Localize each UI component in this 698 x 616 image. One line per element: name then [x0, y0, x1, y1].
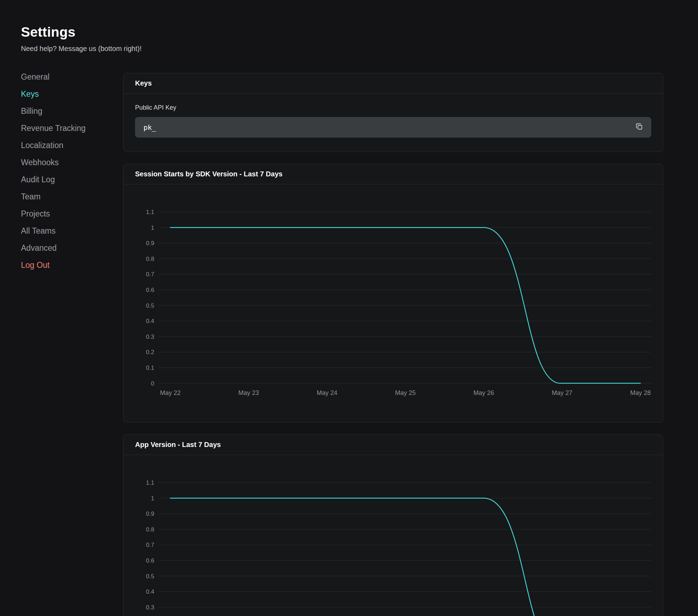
app-version-chart-title: App Version - Last 7 Days	[124, 435, 663, 455]
keys-card-title: Keys	[124, 73, 663, 94]
sidebar-item-revenue-tracking[interactable]: Revenue Tracking	[21, 124, 86, 132]
svg-text:0.4: 0.4	[146, 318, 154, 324]
copy-icon	[635, 123, 644, 132]
svg-text:1.1: 1.1	[146, 209, 154, 215]
sidebar-item-keys[interactable]: Keys	[21, 90, 39, 98]
sidebar-item-log-out[interactable]: Log Out	[21, 261, 50, 269]
sdk-version-chart-card: Session Starts by SDK Version - Last 7 D…	[123, 164, 663, 423]
public-api-key-input[interactable]	[135, 117, 651, 138]
svg-text:0.5: 0.5	[146, 573, 154, 580]
svg-text:0.2: 0.2	[146, 349, 154, 355]
content-area: GeneralKeysBillingRevenue TrackingLocali…	[21, 73, 698, 616]
sidebar-item-team[interactable]: Team	[21, 193, 40, 201]
svg-text:0.6: 0.6	[146, 557, 154, 564]
svg-text:0: 0	[151, 380, 154, 387]
svg-text:May 23: May 23	[238, 389, 259, 396]
page-title: Settings	[21, 24, 698, 40]
svg-text:0.9: 0.9	[146, 511, 154, 517]
keys-card: Keys Public API Key	[123, 73, 663, 152]
svg-text:May 27: May 27	[552, 389, 572, 396]
svg-text:0.1: 0.1	[146, 365, 154, 371]
sdk-version-chart: 00.10.20.30.40.50.60.70.80.911.1May 22Ma…	[124, 184, 663, 422]
svg-text:May 28: May 28	[630, 389, 651, 396]
svg-text:1.1: 1.1	[146, 479, 154, 486]
chart-canvas: 00.10.20.30.40.50.60.70.80.911.1May 22Ma…	[124, 184, 663, 422]
svg-text:0.8: 0.8	[146, 256, 154, 262]
svg-text:0.9: 0.9	[146, 240, 154, 247]
svg-text:0.3: 0.3	[146, 604, 154, 611]
sidebar-nav: GeneralKeysBillingRevenue TrackingLocali…	[21, 73, 123, 616]
svg-text:0.3: 0.3	[146, 333, 154, 340]
svg-text:1: 1	[151, 495, 154, 502]
public-api-key-row	[135, 117, 651, 138]
svg-text:0.4: 0.4	[146, 588, 154, 595]
keys-card-body: Public API Key	[124, 94, 663, 152]
svg-text:0.7: 0.7	[146, 542, 154, 548]
settings-page: Settings Need help? Message us (bottom r…	[0, 0, 698, 616]
svg-text:0.7: 0.7	[146, 271, 154, 278]
sidebar-item-all-teams[interactable]: All Teams	[21, 227, 55, 235]
svg-text:0.6: 0.6	[146, 287, 154, 293]
sidebar-item-billing[interactable]: Billing	[21, 107, 42, 115]
svg-text:1: 1	[151, 225, 154, 231]
main-column: Keys Public API Key	[123, 73, 663, 616]
svg-text:May 22: May 22	[160, 389, 180, 396]
svg-text:May 26: May 26	[473, 389, 494, 396]
copy-api-key-button[interactable]	[633, 121, 646, 134]
svg-text:0.8: 0.8	[146, 526, 154, 533]
svg-text:May 25: May 25	[395, 389, 416, 396]
app-version-chart-card: App Version - Last 7 Days 00.10.20.30.40…	[123, 434, 663, 616]
page-subtitle: Need help? Message us (bottom right)!	[21, 45, 698, 53]
app-version-chart: 00.10.20.30.40.50.60.70.80.911.1May 22Ma…	[124, 455, 663, 616]
sidebar-item-localization[interactable]: Localization	[21, 141, 63, 149]
sidebar-item-webhooks[interactable]: Webhooks	[21, 159, 59, 167]
public-api-key-label: Public API Key	[135, 104, 651, 111]
sidebar-item-audit-log[interactable]: Audit Log	[21, 176, 55, 184]
svg-text:0.5: 0.5	[146, 302, 154, 309]
sidebar-item-advanced[interactable]: Advanced	[21, 244, 57, 252]
sidebar-item-general[interactable]: General	[21, 73, 50, 81]
sdk-version-chart-title: Session Starts by SDK Version - Last 7 D…	[124, 164, 663, 184]
sidebar-item-projects[interactable]: Projects	[21, 210, 50, 218]
chart-canvas: 00.10.20.30.40.50.60.70.80.911.1May 22Ma…	[124, 455, 663, 616]
svg-text:May 24: May 24	[317, 389, 337, 396]
